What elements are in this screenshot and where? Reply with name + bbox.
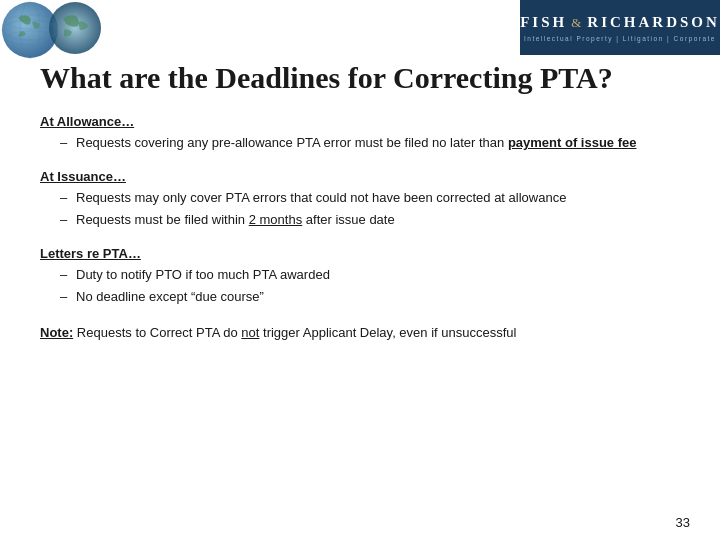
globe-decoration <box>0 0 160 60</box>
page-number: 33 <box>676 515 690 530</box>
allowance-text-1: Requests covering any pre-allowance PTA … <box>76 135 636 150</box>
note-text-before: Requests to Correct PTA do <box>77 325 242 340</box>
section-at-allowance: At Allowance… Requests covering any pre-… <box>40 114 690 153</box>
months-underline: 2 months <box>249 212 302 227</box>
letters-text-2: No deadline except “due course” <box>76 289 264 304</box>
section-issuance-header: At Issuance… <box>40 169 690 184</box>
allowance-bullet-1: Requests covering any pre-allowance PTA … <box>60 133 690 153</box>
issuance-bullet-2: Requests must be filed within 2 months a… <box>60 210 690 230</box>
svg-point-1 <box>49 2 101 54</box>
slide: Fish & Richardson Intellectual Property … <box>0 0 720 540</box>
logo-richardson: Richardson <box>587 14 720 31</box>
section-at-issuance: At Issuance… Requests may only cover PTA… <box>40 169 690 230</box>
section-allowance-header: At Allowance… <box>40 114 690 129</box>
logo-firm-name: Fish & Richardson <box>520 14 720 31</box>
note-line: Note: Requests to Correct PTA do not tri… <box>40 323 690 343</box>
issuance-text-2: Requests must be filed within 2 months a… <box>76 212 395 227</box>
issuance-text-1: Requests may only cover PTA errors that … <box>76 190 566 205</box>
logo-fish: Fish <box>520 14 567 31</box>
note-text-after: trigger Applicant Delay, even if unsucce… <box>259 325 516 340</box>
note-underline-not: not <box>241 325 259 340</box>
main-content: What are the Deadlines for Correcting PT… <box>40 60 690 510</box>
letters-bullet-2: No deadline except “due course” <box>60 287 690 307</box>
issuance-bullet-list: Requests may only cover PTA errors that … <box>40 188 690 230</box>
payment-underline: payment of issue fee <box>508 135 637 150</box>
slide-title: What are the Deadlines for Correcting PT… <box>40 60 690 96</box>
note-label: Note: <box>40 325 73 340</box>
logo-subtitle: Intellectual Property | Litigation | Cor… <box>524 35 716 42</box>
allowance-bullet-list: Requests covering any pre-allowance PTA … <box>40 133 690 153</box>
letters-bullet-list: Duty to notify PTO if too much PTA award… <box>40 265 690 307</box>
letters-text-1: Duty to notify PTO if too much PTA award… <box>76 267 330 282</box>
section-letters-pta: Letters re PTA… Duty to notify PTO if to… <box>40 246 690 307</box>
issuance-bullet-1: Requests may only cover PTA errors that … <box>60 188 690 208</box>
logo-area: Fish & Richardson Intellectual Property … <box>520 0 720 55</box>
section-letters-header: Letters re PTA… <box>40 246 690 261</box>
letters-bullet-1: Duty to notify PTO if too much PTA award… <box>60 265 690 285</box>
logo-ampersand: & <box>571 15 583 31</box>
